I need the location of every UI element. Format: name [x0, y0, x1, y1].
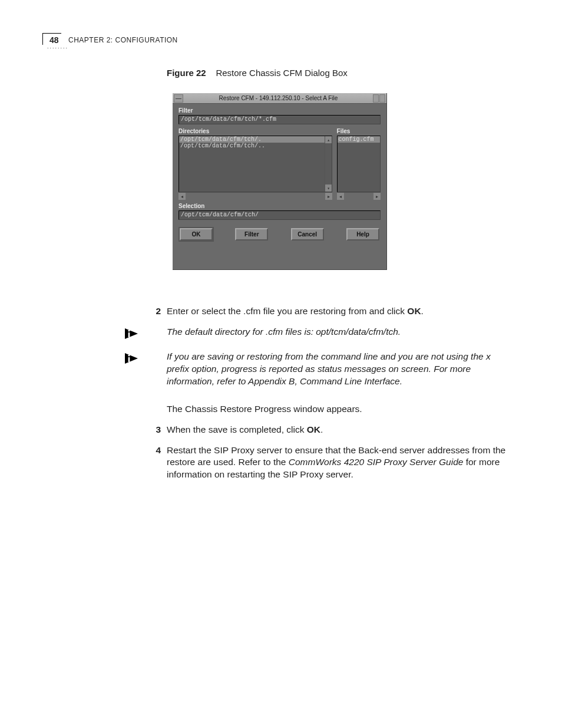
svg-point-0: [128, 330, 130, 331]
dialog-title: Restore CFM - 149.112.250.10 - Select A …: [184, 95, 372, 101]
figure-caption-text: Restore Chassis CFM Dialog Box: [216, 68, 347, 78]
step-number: 4: [124, 444, 167, 482]
scroll-down-icon[interactable]: ▾: [325, 185, 332, 192]
list-item[interactable]: /opt/tcm/data/cfm/tch/.: [179, 136, 332, 143]
step-3: 3 When the save is completed, click OK.: [124, 424, 510, 436]
svg-rect-3: [128, 357, 130, 362]
info-icon: [124, 352, 139, 365]
directories-listbox[interactable]: /opt/tcm/data/cfm/tch/. /opt/tcm/data/cf…: [178, 136, 332, 192]
step-text: Enter or select the .cfm file you are re…: [167, 306, 407, 316]
figure-label: Figure 22: [167, 68, 206, 78]
progress-text: The Chassis Restore Progress window appe…: [167, 403, 510, 416]
scroll-right-icon[interactable]: ▸: [373, 193, 381, 200]
page-number: 48: [49, 35, 59, 45]
body-content: 2 Enter or select the .cfm file you are …: [124, 305, 510, 489]
restore-cfm-dialog: — Restore CFM - 149.112.250.10 - Select …: [173, 93, 387, 270]
scroll-right-icon[interactable]: ▸: [325, 193, 332, 200]
note-text: The default directory for .cfm files is:…: [167, 326, 510, 338]
dialog-titlebar[interactable]: — Restore CFM - 149.112.250.10 - Select …: [173, 93, 386, 104]
help-button[interactable]: Help: [346, 228, 379, 241]
scroll-up-icon[interactable]: ▴: [325, 136, 332, 143]
note-1: The default directory for .cfm files is:…: [124, 326, 510, 340]
ok-text: OK: [307, 424, 320, 434]
selection-input[interactable]: /opt/tcm/data/cfm/tch/: [178, 210, 381, 220]
files-label: Files: [337, 128, 381, 134]
header-dots: ········: [47, 45, 68, 51]
step-2: 2 Enter or select the .cfm file you are …: [124, 305, 510, 318]
files-listbox[interactable]: config.cfm: [337, 136, 381, 192]
ok-text: OK: [407, 306, 421, 316]
cancel-button[interactable]: Cancel: [291, 228, 324, 241]
figure-caption: Figure 22 Restore Chassis CFM Dialog Box: [167, 68, 348, 78]
selection-label: Selection: [178, 203, 386, 209]
svg-rect-1: [128, 332, 130, 337]
guide-title: CommWorks 4220 SIP Proxy Server Guide: [289, 457, 464, 467]
directories-label: Directories: [178, 128, 332, 134]
scroll-left-icon[interactable]: ◂: [178, 193, 186, 200]
list-item[interactable]: /opt/tcm/data/cfm/tch/..: [179, 143, 332, 149]
scrollbar-horizontal[interactable]: ◂ ▸: [178, 192, 332, 199]
filter-label: Filter: [178, 107, 386, 114]
info-icon: [124, 327, 139, 340]
scrollbar-horizontal[interactable]: ◂ ▸: [337, 192, 381, 199]
svg-point-2: [128, 354, 130, 356]
step-number: 3: [124, 424, 167, 436]
step-4: 4 Restart the SIP Proxy server to ensure…: [124, 444, 510, 482]
scrollbar-vertical[interactable]: ▴ ▾: [325, 136, 332, 192]
filter-input[interactable]: /opt/tcm/data/cfm/tch/*.cfm: [178, 115, 381, 124]
maximize-icon[interactable]: [379, 94, 385, 103]
window-menu-icon[interactable]: —: [174, 94, 183, 103]
note-text: If you are saving or restoring from the …: [167, 351, 510, 388]
step-text: When the save is completed, click: [167, 424, 307, 434]
note-2: If you are saving or restoring from the …: [124, 351, 510, 388]
filter-button[interactable]: Filter: [235, 228, 268, 241]
chapter-label: CHAPTER 2: CONFIGURATION: [68, 36, 178, 44]
ok-button[interactable]: OK: [180, 228, 213, 241]
step-number: 2: [124, 305, 167, 318]
minimize-icon[interactable]: [373, 94, 379, 103]
scroll-left-icon[interactable]: ◂: [337, 193, 344, 200]
list-item[interactable]: config.cfm: [338, 136, 380, 143]
